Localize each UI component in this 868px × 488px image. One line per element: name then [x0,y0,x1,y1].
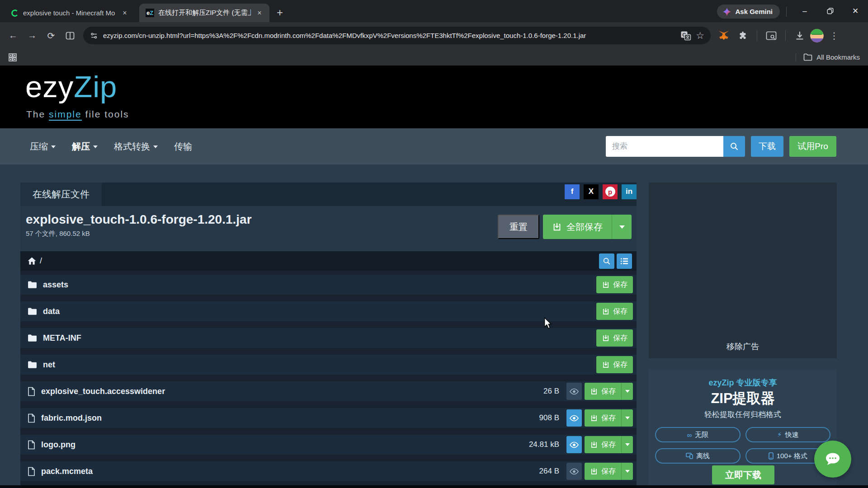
save-button[interactable]: 保存 [585,383,633,400]
site-logo[interactable]: ezyZip [25,69,117,104]
save-button[interactable]: 保存 [585,463,633,480]
navbar-right: 下载 试用Pro [606,136,836,157]
save-all-dropdown[interactable] [612,215,632,239]
save-all-button[interactable]: 全部保存 [543,215,632,239]
folder-name[interactable]: assets [43,280,68,290]
tab-close-icon[interactable]: × [255,9,264,18]
save-dropdown[interactable] [621,436,633,453]
save-icon [590,441,598,449]
restore-button[interactable] [817,0,843,22]
search-input[interactable] [606,136,723,157]
pinterest-share-button[interactable]: p [603,184,618,199]
preview-eye-button[interactable] [566,409,582,427]
site-search [606,136,745,157]
search-button[interactable] [723,136,745,157]
metamask-extension-icon[interactable] [715,27,732,44]
save-icon [590,414,598,422]
nav-item-compress[interactable]: 压缩 [30,141,56,153]
forward-icon[interactable]: → [24,27,41,44]
translate-icon[interactable]: G [680,31,691,41]
address-bar[interactable]: ezyzip.com/cn-unzip.html?url=https%3A%2F… [83,27,711,44]
save-button[interactable]: 保存 [596,276,633,293]
folder-row: net 保存 [20,355,637,375]
ad-placeholder: 移除广告 [649,183,837,358]
site-info-icon[interactable] [90,31,99,40]
remove-ads-link[interactable]: 移除广告 [726,341,759,358]
ask-gemini-button[interactable]: Ask Gemini [717,5,780,19]
reading-mode-icon[interactable] [61,27,79,44]
list-toolbar [599,253,632,269]
preview-eye-button[interactable] [566,463,582,480]
list-view-button[interactable] [617,253,632,269]
tab-close-icon[interactable]: × [120,9,129,18]
linkedin-share-button[interactable]: in [622,184,637,199]
nav-item-convert[interactable]: 格式转换 [114,141,158,153]
folder-icon [28,361,37,369]
file-size: 264 B [539,467,559,476]
minimize-button[interactable]: – [792,0,817,22]
file-name[interactable]: explosive_touch.accesswidener [41,387,165,396]
save-button[interactable]: 保存 [596,356,633,373]
menu-kebab-icon[interactable]: ⋮ [826,27,843,44]
save-button[interactable]: 保存 [585,409,633,427]
preview-eye-button[interactable] [566,383,582,400]
profile-avatar[interactable] [810,29,824,42]
save-dropdown[interactable] [621,463,633,480]
download-now-button[interactable]: 立即下载 [712,465,774,484]
file-icon [28,387,35,396]
extensions-puzzle-icon[interactable] [734,27,751,44]
close-button[interactable]: ✕ [843,0,868,22]
nav-item-unzip[interactable]: 解压 [72,141,98,153]
file-name[interactable]: logo.png [41,440,75,450]
file-size: 24.81 kB [529,440,559,449]
save-dropdown[interactable] [621,383,633,400]
chevron-down-icon [625,417,630,419]
apps-grid-icon[interactable] [8,53,17,62]
nav-item-transfer[interactable]: 传输 [174,141,192,153]
side-search-icon[interactable] [763,27,780,44]
chat-widget-button[interactable] [814,441,851,478]
home-icon[interactable] [28,257,36,265]
site-navbar: 压缩 解压 格式转换 传输 下载 试用Pro [0,128,868,164]
bookmarks-bar: All Bookmarks [0,49,868,66]
tab-online-unzip[interactable]: 在线解压文件 [20,183,102,206]
window-controls: – ✕ [792,0,868,22]
back-icon[interactable]: ← [5,27,22,44]
browser-toolbar: ← → ⟳ ezyzip.com/cn-unzip.html?url=https… [0,22,868,49]
search-icon [730,142,739,151]
breadcrumb[interactable]: / [28,256,42,266]
reset-button[interactable]: 重置 [498,215,539,239]
folder-name[interactable]: data [43,307,60,316]
file-icon [28,440,35,450]
all-bookmarks-button[interactable]: All Bookmarks [803,53,860,61]
folder-row: assets 保存 [20,275,637,295]
bookmark-star-icon[interactable]: ☆ [696,30,704,41]
save-button[interactable]: 保存 [585,436,633,453]
url-text[interactable]: ezyzip.com/cn-unzip.html?url=https%3A%2F… [103,32,676,39]
x-share-button[interactable]: X [584,184,599,199]
tab-minecraft-mod[interactable]: explosive touch - Minecraft Mo × [5,4,135,22]
badge-label: 快速 [785,431,799,439]
file-name[interactable]: fabric.mod.json [41,413,102,423]
folder-name[interactable]: net [43,360,55,370]
save-dropdown[interactable] [621,409,633,427]
save-icon [590,467,598,475]
file-name[interactable]: pack.mcmeta [41,467,93,476]
facebook-share-button[interactable]: f [565,184,580,199]
save-button[interactable]: 保存 [596,329,633,347]
save-button[interactable]: 保存 [596,303,633,320]
tab-ezyzip-unzip[interactable]: eZ 在线打开和解压ZIP文件 (无需上 × [139,4,269,22]
archive-header: explosive_touch-1.0.6-forge-1.20.1.jar 5… [20,206,637,251]
pro-promo-panel: ezyZip 专业版专享 ZIP提取器 轻松提取任何归档格式 ∞ 无限 ⚡ 快速… [649,369,837,485]
download-nav-button[interactable]: 下载 [751,136,783,157]
eye-icon [569,415,579,422]
reload-icon[interactable]: ⟳ [42,27,60,44]
folder-name[interactable]: META-INF [43,333,81,343]
new-tab-button[interactable]: + [272,5,288,20]
filter-search-button[interactable] [599,253,614,269]
try-pro-button[interactable]: 试用Pro [789,136,836,157]
downloads-icon[interactable] [791,27,808,44]
preview-eye-button[interactable] [566,436,582,453]
tab-strip: explosive touch - Minecraft Mo × eZ 在线打开… [0,0,868,22]
badge-offline: 离线 [655,448,741,464]
